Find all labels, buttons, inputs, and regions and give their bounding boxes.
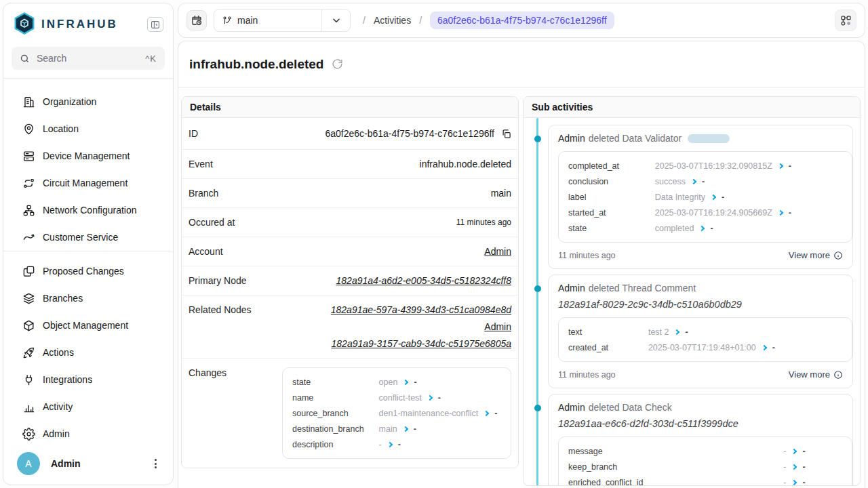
branch-name: main: [237, 15, 258, 26]
card-node-id: 182a91af-8029-2c9c-34db-c510a6b0db29: [558, 299, 843, 310]
search-icon: [20, 54, 30, 64]
sidebar-item-location[interactable]: Location: [3, 115, 173, 142]
detail-id-value: 6a0f2e6c-b61a-4f75-b974-c76c1e1296ff: [325, 128, 494, 139]
detail-row-account: Account Admin: [182, 237, 518, 266]
change-prop-row: destination_branch main-: [292, 421, 501, 436]
sub-activities-title: Sub activities: [524, 97, 860, 118]
sidebar-item-admin[interactable]: Admin: [3, 420, 173, 445]
logo-row: INFRAHUB: [3, 3, 173, 44]
sub-activity-card: Admin deleted Thread Comment 182a91af-80…: [548, 274, 853, 388]
sub-activity-card: Admin deleted Data Check 182a91aa-e6c6-d…: [548, 394, 853, 486]
chevron-right-icon: [427, 394, 433, 400]
chevron-right-icon: [778, 209, 783, 215]
time-travel-button[interactable]: [186, 10, 207, 30]
chevron-right-icon: [402, 426, 408, 431]
related-node-link[interactable]: Admin: [484, 321, 511, 332]
view-more-link[interactable]: View more: [789, 250, 843, 260]
primary-node-link[interactable]: 182a91a4-a6d2-e005-34d5-c5182324cff8: [336, 275, 511, 286]
search-input-box[interactable]: ^K: [12, 47, 165, 70]
circuit-icon: [22, 177, 35, 190]
detail-row-event: Event infrahub.node.deleted: [182, 150, 518, 179]
card-footer: 11 minutes ago View more: [558, 250, 843, 260]
refresh-button[interactable]: [332, 58, 343, 70]
nav-group-system: Proposed Changes Branches Object Managem…: [3, 251, 173, 445]
sidebar-item-device-management[interactable]: Device Management: [3, 142, 173, 169]
sidebar-item-integrations[interactable]: Integrations: [3, 366, 173, 393]
sidebar-item-activity[interactable]: Activity: [3, 393, 173, 420]
panel-collapse-icon: [151, 20, 160, 29]
sub-activities-timeline: Admin deleted Data Validator completed_a…: [524, 118, 860, 486]
copy-id-button[interactable]: [501, 129, 511, 139]
detail-row-occured-at: Occured at 11 minutes ago: [182, 208, 518, 237]
refresh-icon: [332, 58, 343, 70]
timeline-line: [536, 118, 538, 486]
workflow-button[interactable]: [835, 9, 856, 31]
detail-row-changes: Changes state open- name conflict-test- …: [182, 359, 518, 468]
breadcrumb-activities[interactable]: Activities: [374, 15, 411, 26]
main-content: infrahub.node.deleted Details ID 6a0f2e6…: [178, 41, 865, 488]
chevron-right-icon: [778, 163, 783, 168]
sidebar-item-proposed-changes[interactable]: Proposed Changes: [3, 258, 173, 285]
related-node-link[interactable]: 182a91ae-597a-4399-34d3-c51ca0984e8d: [331, 304, 511, 315]
object-management-icon: [22, 319, 35, 332]
detail-row-primary-node: Primary Node 182a91a4-a6d2-e005-34d5-c51…: [182, 266, 518, 296]
logo-text: INFRAHUB: [41, 18, 147, 31]
card-props: texttest 2- created_at2025-03-07T17:19:4…: [558, 317, 852, 362]
avatar[interactable]: A: [17, 452, 40, 475]
chevron-right-icon: [791, 464, 797, 469]
calendar-clock-icon: [191, 15, 202, 26]
chevron-right-icon: [791, 448, 797, 453]
search-input[interactable]: [35, 52, 140, 64]
chevron-right-icon: [674, 329, 679, 334]
sidebar-collapse-button[interactable]: [147, 17, 163, 32]
card-props: message-- keep_branch-- enriched_conflic…: [558, 436, 852, 486]
change-prop-row: source_branch den1-maintenance-conflict-: [292, 405, 501, 421]
copy-icon: [501, 129, 511, 139]
breadcrumb: / Activities / 6a0f2e6c-b61a-4f75-b974-c…: [363, 12, 835, 29]
card-title: Admin deleted Data Validator: [558, 133, 843, 144]
top-bar: main / Activities / 6a0f2e6c-b61a-4f75-b…: [178, 3, 865, 38]
proposed-changes-icon: [22, 265, 35, 278]
card-title: Admin deleted Data Check: [558, 402, 843, 413]
search-shortcut: ^K: [145, 54, 157, 64]
sidebar-item-object-management[interactable]: Object Management: [3, 312, 173, 339]
detail-occured-value: 11 minutes ago: [456, 218, 511, 227]
chevron-down-icon: [332, 16, 341, 25]
rocket-icon: [22, 346, 35, 359]
sub-activities-panel: Sub activities Admin deleted Data Valida…: [523, 96, 861, 486]
branch-selector[interactable]: main: [214, 9, 351, 32]
detail-event-value: infrahub.node.deleted: [420, 159, 511, 169]
user-name: Admin: [51, 458, 141, 469]
chevron-right-icon: [484, 410, 489, 415]
sidebar-item-branches[interactable]: Branches: [3, 285, 173, 312]
sidebar-item-customer-service[interactable]: Customer Service: [3, 224, 173, 251]
chevron-right-icon: [791, 479, 797, 485]
account-link[interactable]: Admin: [484, 246, 511, 257]
change-prop-row: name conflict-test-: [292, 390, 501, 405]
page-title: infrahub.node.deleted: [189, 57, 323, 72]
card-props: completed_at2025-03-07T16:19:32.090815Z-…: [558, 151, 852, 243]
breadcrumb-activity-id[interactable]: 6a0f2e6c-b61a-4f75-b974-c76c1e1296ff: [430, 12, 614, 29]
card-node-id: 182a91aa-e6c6-d2fd-303d-c511f3999dce: [558, 418, 843, 429]
detail-row-related-nodes: Related Nodes 182a91ae-597a-4399-34d3-c5…: [182, 296, 518, 359]
card-title: Admin deleted Thread Comment: [558, 283, 843, 293]
info-icon: [833, 370, 843, 380]
sidebar-item-network-configuration[interactable]: Network Configuration: [3, 197, 173, 224]
loading-skeleton: [688, 134, 730, 143]
sidebar-item-actions[interactable]: Actions: [3, 339, 173, 366]
git-branch-icon: [222, 16, 232, 25]
plug-icon: [22, 373, 35, 386]
timeline-dot: [534, 405, 541, 411]
sidebar-item-organization[interactable]: Organization: [3, 88, 173, 115]
breadcrumb-separator: /: [363, 15, 366, 26]
view-more-link[interactable]: View more: [789, 369, 843, 380]
branch-caret[interactable]: [321, 9, 350, 31]
detail-branch-value: main: [491, 188, 511, 199]
related-node-link[interactable]: 182a91a9-3157-cab9-34dc-c51975e6805a: [332, 338, 511, 349]
change-prop-row: state open-: [292, 374, 501, 390]
change-prop-row: description --: [292, 436, 501, 452]
sidebar-item-circuit-management[interactable]: Circuit Management: [3, 169, 173, 197]
detail-row-id: ID 6a0f2e6c-b61a-4f75-b974-c76c1e1296ff: [182, 118, 518, 150]
title-bar: infrahub.node.deleted: [178, 41, 865, 87]
user-menu-button[interactable]: [149, 456, 162, 471]
